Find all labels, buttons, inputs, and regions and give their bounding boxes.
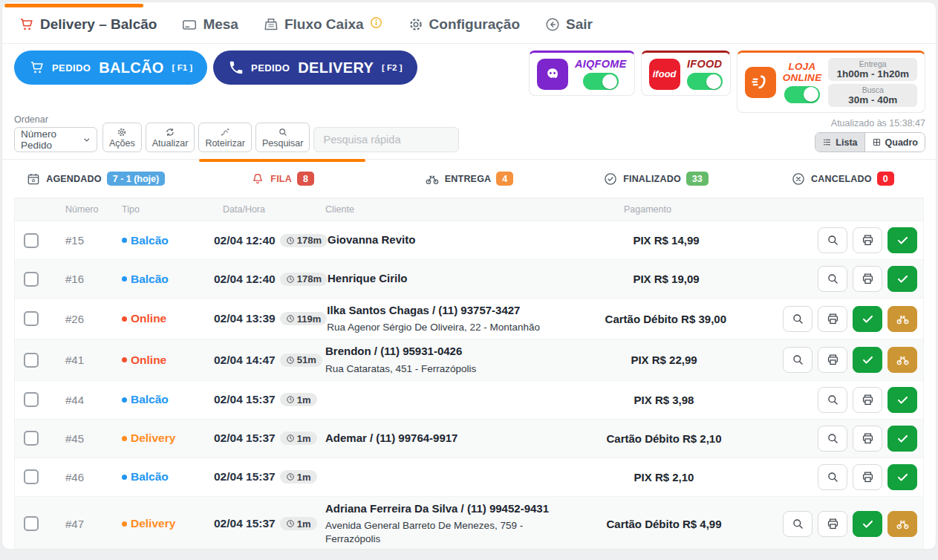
tab-cancelado[interactable]: CANCELADO 0 (749, 160, 936, 198)
payment-cell: Cartão Débito R$ 39,00 (587, 313, 744, 325)
table-row: #46 Balcão 02/04 15:371m PIX R$ 2,10 (15, 458, 923, 496)
clock-icon (286, 434, 295, 443)
ifood-toggle[interactable] (687, 73, 723, 90)
complete-order-button[interactable] (887, 266, 917, 292)
type-dot-icon (122, 397, 127, 403)
loja-online-label: LOJAONLINE (783, 62, 822, 82)
row-checkbox[interactable] (24, 233, 39, 248)
view-order-button[interactable] (783, 347, 812, 373)
acoes-button[interactable]: Ações (102, 123, 142, 152)
complete-order-button[interactable] (887, 464, 917, 490)
bike-icon (896, 312, 910, 326)
status-tabs: AGENDADO 7 - 1 (hoje) FILA 8 ENTREGA 4 F… (2, 159, 936, 198)
complete-order-button[interactable] (887, 227, 917, 253)
complete-order-button[interactable] (887, 387, 917, 413)
clock-icon (286, 314, 295, 323)
search-icon (791, 517, 805, 531)
row-checkbox[interactable] (24, 431, 39, 446)
tab-agendado[interactable]: AGENDADO 7 - 1 (hoje) (2, 160, 189, 198)
info-icon[interactable] (369, 16, 383, 33)
order-datetime: 02/04 14:4751m (212, 354, 325, 367)
print-order-button[interactable] (853, 266, 882, 292)
header-pagamento: Pagamento (585, 204, 743, 215)
complete-order-button[interactable] (853, 511, 882, 537)
order-select[interactable]: Número Pedido (14, 127, 97, 152)
nav-item-configuracao[interactable]: Configuração (408, 16, 520, 33)
tab-fila[interactable]: FILA 8 (189, 160, 375, 198)
roteirizar-label: Roteirizar (205, 138, 245, 149)
list-icon (822, 137, 832, 147)
search-icon (826, 393, 840, 407)
view-order-button[interactable] (783, 511, 812, 537)
aiqfome-toggle[interactable] (583, 73, 619, 90)
complete-order-button[interactable] (853, 306, 882, 332)
button-name: DELIVERY (298, 59, 374, 76)
search-icon (826, 432, 840, 446)
nav-label: Sair (566, 16, 593, 33)
loja-online-toggle[interactable] (784, 86, 820, 103)
ifood-integration-card: ifood IFOOD (641, 51, 731, 96)
roteirizar-button[interactable]: Roteirizar (198, 123, 252, 152)
pedido-delivery-button[interactable]: PEDIDO DELIVERY [ F2 ] (213, 51, 417, 85)
row-checkbox[interactable] (24, 516, 39, 531)
tab-label: ENTREGA (445, 174, 492, 184)
nav-label: Fluxo Caixa (284, 16, 364, 33)
order-datetime: 02/04 13:39119m (212, 312, 327, 325)
row-checkbox[interactable] (24, 311, 39, 326)
tab-finalizado[interactable]: FINALIZADO 33 (562, 160, 749, 198)
print-order-button[interactable] (818, 511, 847, 537)
print-order-button[interactable] (853, 464, 882, 490)
row-checkbox[interactable] (24, 353, 39, 368)
view-order-button[interactable] (818, 464, 847, 490)
row-checkbox[interactable] (24, 272, 39, 287)
order-type: Delivery (122, 432, 212, 445)
complete-order-button[interactable] (887, 426, 917, 452)
loja-online-logo-icon (745, 67, 776, 98)
view-order-button[interactable] (818, 227, 847, 253)
nav-item-delivery-balcao[interactable]: Delivery – Balcão (19, 16, 157, 33)
bike-icon (896, 353, 910, 367)
search-input[interactable] (313, 127, 459, 152)
route-icon (220, 127, 230, 137)
nav-item-fluxo-caixa[interactable]: Fluxo Caixa (263, 16, 383, 33)
nav-item-sair[interactable]: Sair (544, 16, 593, 33)
view-order-button[interactable] (818, 266, 847, 292)
print-order-button[interactable] (853, 387, 882, 413)
nav-label: Mesa (203, 16, 238, 33)
view-quadro-button[interactable]: Quadro (864, 133, 925, 152)
cart-icon (19, 16, 35, 33)
type-dot-icon (122, 276, 127, 281)
pedido-balcao-button[interactable]: PEDIDO BALCÃO [ F1 ] (14, 51, 207, 85)
client-cell: Henrique Cirilo (328, 271, 587, 286)
pesquisar-button[interactable]: Pesquisar (255, 123, 310, 152)
elapsed-pill: 1m (280, 470, 317, 484)
busca-label: Busca (836, 85, 909, 94)
dispatch-delivery-button[interactable] (887, 511, 917, 537)
table-row: #15 Balcão 02/04 12:40178m Giovanna Revi… (15, 221, 923, 259)
clock-icon (286, 395, 295, 404)
print-order-button[interactable] (818, 347, 847, 373)
aiqfome-logo-icon (537, 59, 568, 90)
tab-badge: 33 (686, 172, 709, 186)
view-order-button[interactable] (783, 306, 812, 332)
print-order-button[interactable] (818, 306, 847, 332)
view-order-button[interactable] (818, 426, 847, 452)
nav-item-mesa[interactable]: Mesa (181, 16, 238, 33)
print-order-button[interactable] (853, 426, 882, 452)
exit-arrow-icon (544, 16, 561, 33)
print-order-button[interactable] (853, 227, 882, 253)
dispatch-delivery-button[interactable] (887, 347, 917, 373)
phone-icon (228, 59, 244, 76)
tab-entrega[interactable]: ENTREGA 4 (376, 160, 562, 198)
tab-label: CANCELADO (811, 174, 872, 184)
view-order-button[interactable] (818, 387, 847, 413)
cash-register-icon (263, 16, 279, 33)
pesquisar-label: Pesquisar (262, 138, 304, 149)
atualizar-button[interactable]: Atualizar (146, 123, 195, 152)
complete-order-button[interactable] (853, 347, 882, 373)
client-cell: Ilka Santos Chagas / (11) 93757-3427Rua … (327, 303, 587, 334)
view-lista-button[interactable]: Lista (815, 133, 864, 152)
dispatch-delivery-button[interactable] (887, 306, 917, 332)
row-checkbox[interactable] (24, 469, 39, 484)
row-checkbox[interactable] (24, 392, 39, 407)
